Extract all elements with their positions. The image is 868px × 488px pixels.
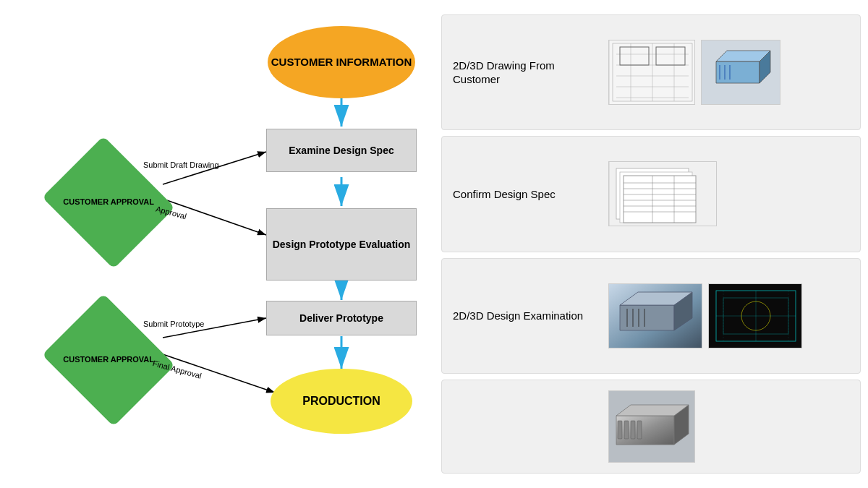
- card1-images: [608, 40, 849, 105]
- spec-sheet-image: [608, 161, 717, 226]
- card-design-examination: 2D/3D Design Examination: [441, 258, 861, 374]
- card-prototype-image: [441, 380, 861, 474]
- production-ellipse: PRODUCTION: [271, 369, 412, 434]
- card2-images: [608, 161, 849, 226]
- customer-approval-1: CUSTOMER APPROVAL: [42, 136, 175, 269]
- card-confirm-design-spec: Confirm Design Spec: [441, 136, 861, 252]
- cad-drawing-svg: [709, 283, 801, 348]
- 3d-render-svg: [609, 283, 702, 348]
- right-panel: 2D/3D Drawing From Customer: [434, 0, 868, 488]
- card2-label: Confirm Design Spec: [453, 187, 597, 202]
- submit-prototype-label: Submit Prototype: [143, 320, 204, 328]
- drawing-2d-image: [608, 40, 695, 105]
- svg-rect-63: [631, 421, 635, 439]
- card4-images: [608, 390, 849, 463]
- box-3d-image: [701, 40, 780, 105]
- 3d-render-image: [608, 283, 702, 348]
- svg-rect-10: [609, 40, 694, 105]
- svg-marker-42: [620, 305, 674, 330]
- card3-images: [608, 283, 849, 348]
- card-drawing-from-customer: 2D/3D Drawing From Customer: [441, 14, 861, 130]
- customer-info-ellipse: CUSTOMER INFORMATION: [268, 26, 415, 98]
- svg-marker-23: [716, 61, 760, 83]
- svg-rect-61: [618, 421, 622, 439]
- card3-label: 2D/3D Design Examination: [453, 309, 597, 323]
- box-3d-svg: [702, 40, 780, 105]
- examine-design-box: Examine Design Spec: [266, 129, 417, 172]
- spec-sheet-svg: [609, 161, 716, 226]
- diagram-container: CUSTOMER INFORMATION Examine Design Spec…: [0, 0, 434, 488]
- prototype-photo: [608, 390, 695, 463]
- cad-drawing-image: [708, 283, 802, 348]
- prototype-svg: [609, 390, 694, 463]
- card1-label: 2D/3D Drawing From Customer: [453, 59, 597, 87]
- drawing-2d-svg: [609, 40, 694, 105]
- design-prototype-box: Design Prototype Evaluation: [266, 208, 417, 281]
- deliver-prototype-box: Deliver Prototype: [266, 301, 417, 335]
- submit-draft-label: Submit Draft Drawing: [143, 160, 219, 169]
- svg-rect-62: [624, 421, 629, 439]
- svg-rect-64: [637, 421, 642, 439]
